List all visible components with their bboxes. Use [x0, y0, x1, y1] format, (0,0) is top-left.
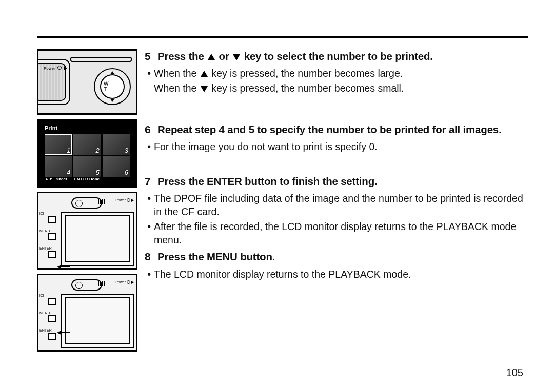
thumbnail: 5	[73, 156, 101, 177]
power-led-icon	[57, 66, 62, 70]
button-icon	[48, 298, 56, 305]
step-body: • The LCD monitor display returns to the…	[145, 267, 528, 281]
step-number: 8	[145, 251, 151, 262]
down-triangle-icon	[201, 86, 208, 92]
bullet-dot: •	[145, 220, 151, 247]
play-icon	[131, 281, 134, 284]
bullet-dot: •	[145, 267, 151, 281]
power-label: Power	[115, 198, 126, 202]
step-body: • The DPOF file including data of the im…	[145, 192, 528, 246]
updown-icon: ▲▼	[45, 177, 53, 181]
power-indicator: Power	[115, 280, 134, 284]
thumbnail: 1	[45, 134, 72, 155]
step-5: 5 Press the or key to select the number …	[145, 49, 528, 95]
screen-title: Print	[42, 123, 133, 134]
power-indicator: Power	[115, 198, 134, 202]
power-led-icon	[127, 280, 130, 284]
button-icon	[48, 333, 56, 340]
bullet-text: When the key is pressed, the number beco…	[154, 67, 528, 80]
step-heading: Press the or key to select the number to…	[157, 50, 433, 62]
thumb-number: 3	[125, 147, 128, 154]
lcl-button: lCl	[39, 298, 59, 309]
menu-button: MENU	[39, 233, 59, 244]
dpad-control: W T	[94, 68, 131, 105]
thumb-number: 5	[95, 169, 99, 176]
bullet: • For the image you do not want to print…	[145, 140, 528, 153]
down-arrow-icon	[110, 99, 114, 102]
camera-back: Power lCl MENU ENTER	[38, 275, 136, 350]
up-arrow-icon	[110, 71, 114, 74]
power-label: Power	[115, 280, 126, 284]
button-icon	[48, 315, 56, 322]
camera-back: Power lCl MENU ENTER	[38, 193, 136, 268]
thumb-number: 4	[67, 169, 70, 176]
page-number: 105	[0, 367, 523, 379]
figure-camera-top: Power W T	[37, 49, 137, 115]
enter-button: ENTER	[39, 251, 59, 262]
bullet-text: The LCD monitor display returns to the P…	[154, 267, 528, 281]
figure-camera-back-menu: Power lCl MENU ENTER	[37, 274, 137, 352]
camera-slot	[70, 57, 132, 62]
manual-page: Power W T Print 1 2 3	[0, 0, 554, 392]
footer-sheet-label: Sheet	[56, 177, 67, 181]
bullet-text: The DPOF file including data of the imag…	[154, 192, 528, 219]
bullet: • After the file is recorded, the LCD mo…	[145, 220, 528, 247]
up-triangle-icon	[201, 71, 208, 77]
side-buttons: lCl MENU ENTER	[39, 216, 59, 265]
power-led-icon	[127, 198, 130, 202]
mode-dial	[71, 197, 102, 209]
bullet: • When the key is pressed, the number be…	[145, 67, 528, 80]
text-column: 5 Press the or key to select the number …	[145, 49, 528, 356]
step-heading: Press the MENU button.	[157, 251, 275, 262]
button-icon	[48, 216, 56, 223]
step-number: 5	[145, 50, 151, 62]
step-body: • When the key is pressed, the number be…	[145, 67, 528, 95]
step-8: 8 Press the MENU button. • The LCD monit…	[145, 250, 528, 281]
screen-footer: ▲▼ Sheet ENTER Done	[45, 177, 130, 181]
thumbnail: 6	[103, 156, 130, 177]
bullet-text: For the image you do not want to print i…	[154, 140, 528, 153]
bullet-text: When the key is pressed, the number beco…	[154, 81, 528, 95]
bullet: • The LCD monitor display returns to the…	[145, 267, 528, 281]
thumbnail: 3	[103, 134, 130, 155]
thumb-number: 2	[95, 147, 99, 154]
lcl-button: lCl	[39, 216, 59, 227]
power-label: Power	[44, 66, 55, 71]
bullet-text: After the file is recorded, the LCD moni…	[154, 220, 528, 247]
lcd-screen: Print 1 2 3 4 5 6 ▲▼ Sheet ENTER Done	[42, 123, 133, 183]
play-icon	[131, 199, 134, 202]
step-number: 7	[145, 175, 151, 187]
grip-texture-icon	[98, 281, 105, 286]
thumbnail: 4	[45, 156, 72, 177]
thumb-number: 1	[67, 147, 70, 154]
bullet-dot: •	[145, 67, 151, 80]
thumbnail-grid: 1 2 3 4 5 6	[42, 134, 133, 177]
footer-enter-label: ENTER Done	[74, 177, 100, 181]
step-heading: Press the ENTER button to finish the set…	[157, 175, 377, 187]
figure-print-screen: Print 1 2 3 4 5 6 ▲▼ Sheet ENTER Done	[37, 119, 137, 188]
step-number: 6	[145, 123, 151, 135]
zoom-wt-label: W T	[104, 81, 121, 92]
spacer	[145, 157, 528, 174]
pointer-arrow-icon	[57, 331, 70, 335]
step-6: 6 Repeat step 4 and 5 to specify the num…	[145, 122, 528, 154]
grip-texture-icon	[98, 199, 105, 204]
figure-camera-back-enter: Power lCl MENU ENTER	[37, 192, 137, 270]
bullet-continued: When the key is pressed, the number beco…	[145, 81, 528, 95]
mode-dial	[71, 279, 102, 291]
pointer-arrow-icon	[57, 265, 70, 269]
step-7: 7 Press the ENTER button to finish the s…	[145, 174, 528, 247]
spacer	[145, 98, 528, 122]
enter-button: ENTER	[39, 333, 59, 344]
camera-body: Power W T	[38, 51, 136, 113]
bullet-dot: •	[145, 140, 151, 153]
thumb-number: 6	[125, 169, 128, 176]
step-body: • For the image you do not want to print…	[145, 140, 528, 153]
thumbnail: 2	[73, 134, 101, 155]
button-icon	[48, 251, 56, 258]
button-icon	[48, 233, 56, 240]
down-triangle-icon	[233, 54, 240, 60]
lcd-outline	[61, 294, 134, 348]
step-heading: Repeat step 4 and 5 to specify the numbe…	[157, 123, 501, 135]
bullet: • The DPOF file including data of the im…	[145, 192, 528, 219]
